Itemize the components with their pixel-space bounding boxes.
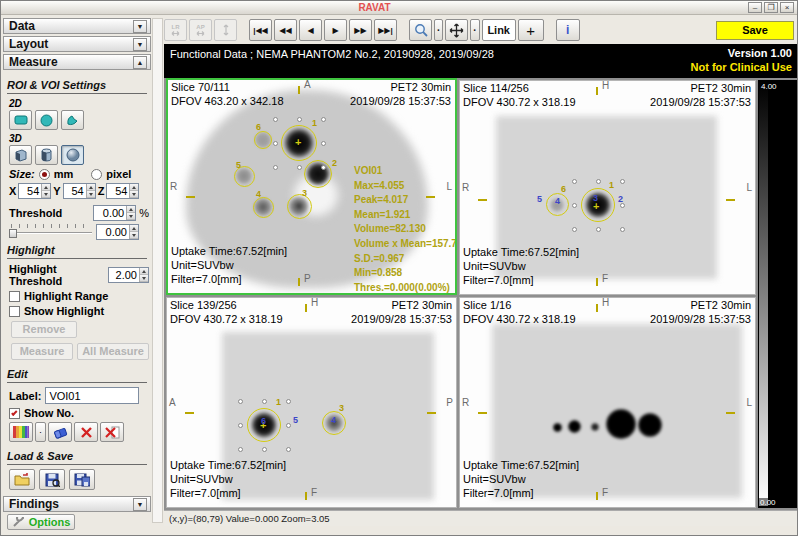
voi-handle[interactable] xyxy=(620,227,625,232)
add-button[interactable]: + xyxy=(518,19,544,41)
voi-handle[interactable] xyxy=(262,447,267,452)
x-up-button[interactable] xyxy=(42,184,50,191)
voi-handle[interactable] xyxy=(297,165,302,170)
voi-handle[interactable] xyxy=(286,399,291,404)
roi-2d-freehand-button[interactable] xyxy=(61,110,84,130)
palette-dropdown-button[interactable]: · xyxy=(35,422,46,442)
z-up-button[interactable] xyxy=(130,184,138,191)
minimize-button[interactable]: – xyxy=(748,2,762,13)
voi-3d-sphere-button[interactable] xyxy=(61,145,84,165)
save-all-voi-button[interactable] xyxy=(69,469,95,490)
hl-up-button[interactable] xyxy=(140,268,148,275)
last-slice-button[interactable]: ▶▶| xyxy=(374,19,397,41)
size-mm-radio[interactable] xyxy=(39,169,50,180)
save-button[interactable]: Save xyxy=(716,21,794,40)
info-button[interactable]: i xyxy=(556,19,580,41)
hl-down-button[interactable] xyxy=(140,275,148,282)
maximize-button[interactable]: ❐ xyxy=(764,2,778,13)
sidebar-panel-data[interactable]: Data ▼ xyxy=(3,18,151,34)
save-voi-button[interactable] xyxy=(39,469,65,490)
viewport-transaxial[interactable]: + 6 1 2 5 4 3 Slice 70/111 DFOV 463.20 x… xyxy=(166,78,457,295)
voi-handle[interactable] xyxy=(596,179,601,184)
all-measure-button[interactable]: All Measure xyxy=(77,343,149,360)
zoom-dropdown-button[interactable]: · xyxy=(434,19,443,41)
voi-circle-6[interactable] xyxy=(254,131,272,149)
chevron-up-icon[interactable]: ▲ xyxy=(133,56,147,69)
voi-handle[interactable] xyxy=(273,117,278,122)
z-down-button[interactable] xyxy=(130,191,138,198)
sidebar-scrollbar[interactable] xyxy=(152,18,163,523)
highlight-range-checkbox[interactable] xyxy=(9,291,20,302)
delete-voi-button[interactable] xyxy=(74,422,98,442)
close-button[interactable]: × xyxy=(780,2,794,13)
threshold2-down-button[interactable] xyxy=(130,232,138,239)
voi-handle[interactable] xyxy=(238,399,243,404)
sidebar-panel-findings[interactable]: Findings ▼ xyxy=(3,496,151,512)
slider-rail[interactable] xyxy=(9,232,92,234)
viewport-coronal[interactable]: + 5 6 4 1 3 2 Slice 114/256 DFOV 430.72 … xyxy=(459,80,756,295)
voi-circle-2[interactable] xyxy=(304,160,332,188)
remove-button[interactable]: Remove xyxy=(11,321,77,338)
voi-handle[interactable] xyxy=(286,447,291,452)
measure-button[interactable]: Measure xyxy=(11,343,73,360)
voi-handle[interactable] xyxy=(286,423,291,428)
threshold-stepper[interactable]: 0.00 xyxy=(93,205,136,221)
voi-handle[interactable] xyxy=(321,165,326,170)
chevron-down-icon[interactable]: ▼ xyxy=(133,38,147,51)
prev-fast-button[interactable]: ◀◀ xyxy=(274,19,297,41)
chevron-down-icon[interactable]: ▼ xyxy=(133,20,147,33)
voi-handle[interactable] xyxy=(321,141,326,146)
threshold2-stepper[interactable]: 0.00 xyxy=(96,224,139,240)
threshold-down-button[interactable] xyxy=(127,213,135,220)
chevron-down-icon[interactable]: ▼ xyxy=(133,498,147,511)
first-slice-button[interactable]: |◀◀ xyxy=(249,19,272,41)
voi-handle[interactable] xyxy=(321,117,326,122)
voi-handle[interactable] xyxy=(262,399,267,404)
zoom-tool-button[interactable] xyxy=(409,19,432,41)
viewport-sagittal[interactable]: + 1 6 5 3 4 Slice 139/256 DFOV 430.72 x … xyxy=(166,297,457,508)
show-no-checkbox[interactable] xyxy=(9,408,20,419)
voi-handle[interactable] xyxy=(596,227,601,232)
show-highlight-checkbox[interactable] xyxy=(9,306,20,317)
prev-slice-button[interactable]: ◀ xyxy=(299,19,322,41)
y-up-button[interactable] xyxy=(87,184,95,191)
flip-lr-button[interactable]: LR xyxy=(164,19,187,41)
link-toggle-button[interactable]: Link xyxy=(482,19,516,41)
next-fast-button[interactable]: ▶▶ xyxy=(349,19,372,41)
voi-handle[interactable] xyxy=(238,447,243,452)
flip-ap-button[interactable]: AP xyxy=(189,19,212,41)
voi-handle[interactable] xyxy=(620,179,625,184)
sidebar-panel-layout[interactable]: Layout ▼ xyxy=(3,36,151,52)
color-palette-button[interactable] xyxy=(9,422,33,442)
z-size-stepper[interactable]: 54 xyxy=(106,183,139,199)
roi-2d-circle-button[interactable] xyxy=(35,110,58,130)
suv-colorbar[interactable]: 4.00 0.00 xyxy=(758,80,797,508)
voi-label-input[interactable] xyxy=(45,387,139,404)
threshold-slider[interactable] xyxy=(9,224,92,237)
voi-3d-cylinder-button[interactable] xyxy=(35,145,58,165)
voi-handle[interactable] xyxy=(273,141,278,146)
voi-handle[interactable] xyxy=(572,203,577,208)
voi-3d-box-button[interactable] xyxy=(9,145,32,165)
y-down-button[interactable] xyxy=(87,191,95,198)
sidebar-panel-measure[interactable]: Measure ▲ xyxy=(3,54,151,70)
voi-handle[interactable] xyxy=(297,117,302,122)
voi-circle-3[interactable] xyxy=(287,194,312,219)
highlight-threshold-stepper[interactable]: 2.00 xyxy=(108,267,149,283)
eraser-button[interactable] xyxy=(48,422,72,442)
viewport-mip[interactable]: Slice 1/16 DFOV 430.72 x 318.19 PET2 30m… xyxy=(459,297,756,508)
flip-hf-button[interactable] xyxy=(214,19,237,41)
voi-circle-4[interactable] xyxy=(253,197,274,218)
delete-all-voi-button[interactable] xyxy=(100,422,124,442)
x-size-stepper[interactable]: 54 xyxy=(18,183,51,199)
y-size-stepper[interactable]: 54 xyxy=(63,183,96,199)
voi-handle[interactable] xyxy=(238,423,243,428)
voi-handle[interactable] xyxy=(572,179,577,184)
roi-2d-rect-button[interactable] xyxy=(9,110,32,130)
voi-handle[interactable] xyxy=(572,227,577,232)
pan-dropdown-button[interactable]: · xyxy=(470,19,479,41)
slider-thumb[interactable] xyxy=(9,229,17,238)
next-slice-button[interactable]: ▶ xyxy=(324,19,347,41)
voi-handle[interactable] xyxy=(273,165,278,170)
options-button[interactable]: Options xyxy=(7,514,75,530)
